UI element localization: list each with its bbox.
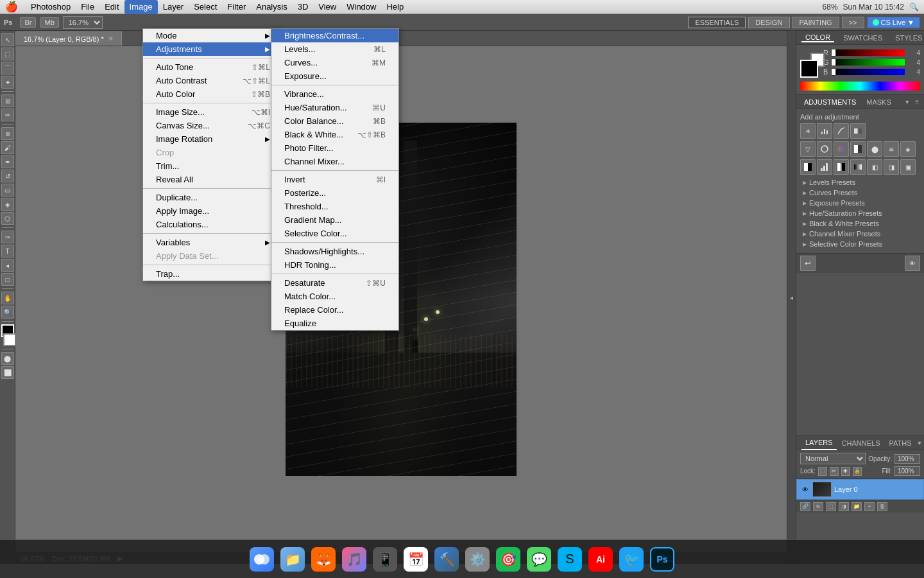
levels-2-btn[interactable]: ◨: [884, 159, 899, 175]
pen-tool[interactable]: ✑: [1, 231, 14, 243]
vibrance-btn[interactable]: ▽: [800, 141, 816, 157]
lock-all-icon[interactable]: 🔒: [853, 467, 862, 476]
search-icon[interactable]: 🔍: [909, 3, 919, 12]
submenu-black-white[interactable]: Black & White... ⌥⇧⌘B: [271, 128, 398, 141]
hue-saturation-btn[interactable]: [817, 141, 832, 157]
hand-tool[interactable]: ✋: [1, 292, 14, 304]
red-slider[interactable]: [832, 49, 905, 56]
submenu-gradient-map[interactable]: Gradient Map...: [271, 213, 398, 227]
channel-mixer-btn[interactable]: ≋: [884, 141, 899, 157]
lock-position-icon[interactable]: ✚: [841, 467, 850, 476]
menu-variables[interactable]: Variables ▶: [143, 236, 283, 249]
dock-skype[interactable]: S: [556, 545, 584, 574]
menu-apply-image[interactable]: Apply Image...: [143, 204, 283, 218]
menubar-filter[interactable]: Filter: [222, 0, 251, 14]
menubar-window[interactable]: Window: [341, 0, 381, 14]
dock-settings[interactable]: ⚙️: [463, 545, 492, 574]
tab-swatches[interactable]: SWATCHES: [839, 34, 886, 42]
hue-saturation-presets[interactable]: ▶ Hue/Saturation Presets: [800, 208, 920, 218]
dock-folder[interactable]: 📁: [278, 545, 307, 574]
brightness-contrast-btn[interactable]: ☀: [800, 123, 816, 139]
submenu-selective-color[interactable]: Selective Color...: [271, 227, 398, 240]
menubar-analysis[interactable]: Analysis: [251, 0, 292, 14]
submenu-color-balance[interactable]: Color Balance... ⌘B: [271, 114, 398, 128]
green-slider-thumb[interactable]: [831, 58, 836, 66]
exposure-presets[interactable]: ▶ Exposure Presets: [800, 198, 920, 208]
selective-color-btn[interactable]: ◈: [900, 141, 916, 157]
text-tool[interactable]: T: [1, 245, 14, 258]
blue-slider-thumb[interactable]: [831, 68, 836, 76]
tab-layers[interactable]: LAYERS: [801, 436, 837, 450]
dock-itunes[interactable]: 🎵: [340, 545, 368, 574]
menu-reveal-all[interactable]: Reveal All: [143, 173, 283, 186]
green-slider[interactable]: [832, 59, 905, 66]
submenu-invert[interactable]: Invert ⌘I: [271, 173, 398, 186]
tab-color[interactable]: COLOR: [801, 33, 834, 42]
invert-btn[interactable]: [800, 159, 816, 175]
dock-xcode[interactable]: 🔨: [432, 545, 461, 574]
bw-presets[interactable]: ▶ Black & White Presets: [800, 218, 920, 229]
fill-value[interactable]: 100%: [894, 466, 920, 476]
submenu-photo-filter[interactable]: Photo Filter...: [271, 141, 398, 155]
quick-mask-tool[interactable]: ⬤: [1, 352, 14, 365]
submenu-curves[interactable]: Curves... ⌘M: [271, 56, 398, 69]
menubar-view[interactable]: View: [313, 0, 341, 14]
shape-tool[interactable]: □: [1, 273, 14, 286]
lasso-tool[interactable]: ⌒: [1, 62, 14, 74]
eraser-tool[interactable]: ▭: [1, 184, 14, 197]
layers-panel-collapse[interactable]: ▼: [917, 440, 923, 446]
history-brush-tool[interactable]: ↺: [1, 170, 14, 182]
submenu-desaturate[interactable]: Desaturate ⇧⌘U: [271, 276, 398, 290]
menu-adjustments[interactable]: Adjustments ▶: [143, 42, 283, 56]
add-mask-icon[interactable]: ⬚: [826, 502, 836, 511]
design-button[interactable]: DESIGN: [748, 17, 789, 28]
color-balance-btn[interactable]: [834, 141, 849, 157]
menubar-help[interactable]: Help: [381, 0, 409, 14]
dock-adobe1[interactable]: Ai: [586, 545, 615, 574]
mini-bridge-button[interactable]: Mb: [40, 17, 58, 28]
lock-transparent-icon[interactable]: ⬚: [818, 467, 827, 476]
create-new-layer-icon[interactable]: +: [864, 502, 875, 511]
menubar-edit[interactable]: Edit: [99, 0, 124, 14]
link-layers-icon[interactable]: 🔗: [800, 502, 810, 511]
submenu-brightness-contrast[interactable]: Brightness/Contrast...: [271, 29, 398, 42]
healing-brush-tool[interactable]: ⊕: [1, 127, 14, 140]
dock-finder[interactable]: [248, 545, 276, 574]
menubar-layer[interactable]: Layer: [158, 0, 189, 14]
bridge-button[interactable]: Br: [20, 17, 36, 28]
levels-presets[interactable]: ▶ Levels Presets: [800, 177, 920, 188]
dock-twitter[interactable]: 🐦: [617, 545, 646, 574]
submenu-equalize[interactable]: Equalize: [271, 317, 398, 330]
menu-trap[interactable]: Trap...: [143, 267, 283, 281]
menu-auto-color[interactable]: Auto Color ⇧⌘B: [143, 87, 283, 101]
canvas-viewport[interactable]: [15, 46, 787, 552]
submenu-posterize[interactable]: Posterize...: [271, 186, 398, 200]
menu-trim[interactable]: Trim...: [143, 159, 283, 173]
menubar-file[interactable]: File: [76, 0, 99, 14]
tab-adjustments[interactable]: ADJUSTMENTS: [801, 98, 859, 106]
foreground-swatch[interactable]: [800, 60, 818, 78]
cs-live-button[interactable]: CS Live ▼: [867, 17, 920, 28]
screen-mode-tool[interactable]: ⬜: [1, 366, 14, 379]
curves-2-btn[interactable]: ◧: [867, 159, 882, 175]
submenu-channel-mixer[interactable]: Channel Mixer...: [271, 155, 398, 168]
levels-btn[interactable]: [817, 123, 832, 139]
bw-btn[interactable]: [850, 141, 866, 157]
close-tab-icon[interactable]: ✕: [108, 35, 114, 43]
brush-tool[interactable]: 🖌: [1, 141, 14, 154]
menu-canvas-size[interactable]: Canvas Size... ⌥⌘C: [143, 119, 283, 132]
layer-visibility-toggle[interactable]: 👁: [801, 485, 810, 494]
gradient-tool[interactable]: ◈: [1, 198, 14, 211]
menu-calculations[interactable]: Calculations...: [143, 218, 283, 231]
submenu-levels[interactable]: Levels... ⌘L: [271, 42, 398, 56]
essentials-button[interactable]: ESSENTIALS: [688, 17, 746, 28]
submenu-match-color[interactable]: Match Color...: [271, 290, 398, 303]
move-tool[interactable]: ↖: [1, 33, 14, 46]
submenu-exposure[interactable]: Exposure...: [271, 69, 398, 83]
eye-visibility[interactable]: 👁: [905, 256, 920, 271]
apple-menu[interactable]: 🍎: [5, 1, 18, 13]
submenu-vibrance[interactable]: Vibrance...: [271, 87, 398, 101]
dock-photoshop[interactable]: Ps: [648, 545, 676, 574]
threshold-btn[interactable]: [834, 159, 849, 175]
quick-select-tool[interactable]: ✦: [1, 76, 14, 89]
